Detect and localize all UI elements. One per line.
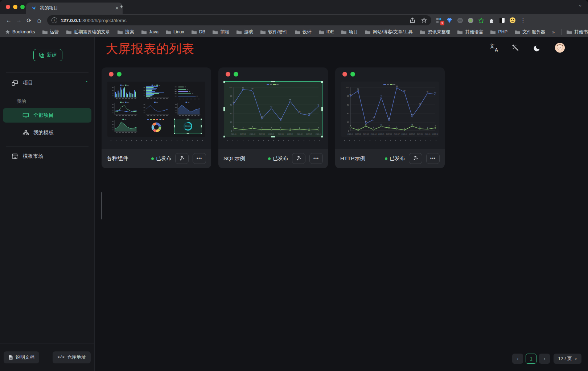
bookmark-folder[interactable]: DB: [191, 29, 205, 35]
svg-text:8: 8: [350, 125, 351, 127]
reload-icon[interactable]: ⟳: [24, 15, 34, 25]
sidebar-group-project[interactable]: 项目 ⌃: [6, 75, 89, 91]
bookmark-folder[interactable]: 游戏: [236, 29, 253, 35]
selection-handle[interactable]: [321, 81, 323, 83]
bookmark-folder[interactable]: 软件/硬件: [260, 29, 287, 35]
line-chart: 0204060801002022-012022-022022-032022-04…: [224, 82, 322, 137]
bookmark-folder[interactable]: Linux: [165, 29, 184, 35]
maximize-window-button[interactable]: [20, 5, 25, 9]
repo-button[interactable]: </> 仓库地址: [53, 351, 91, 363]
next-page-button[interactable]: ›: [539, 354, 550, 364]
bookmark-folder[interactable]: 设计: [295, 29, 312, 35]
extension-record-circle-icon[interactable]: [466, 16, 474, 24]
more-button[interactable]: •••: [426, 153, 440, 164]
copy-plus-icon: [39, 53, 44, 58]
svg-text:11: 11: [365, 123, 367, 125]
home-icon[interactable]: ⌂: [34, 15, 44, 25]
chevron-up-icon[interactable]: ⌃: [85, 81, 89, 86]
extension-grid-icon[interactable]: 9: [435, 16, 443, 24]
header-actions: 文A: [490, 43, 565, 53]
bookmarks-manager[interactable]: Bookmarks: [5, 29, 35, 34]
extension-emoji-icon[interactable]: [509, 16, 517, 24]
extension-dark-circle-icon[interactable]: [456, 16, 464, 24]
bookmarks-overflow-chevron[interactable]: »: [552, 29, 555, 35]
magic-wand-icon[interactable]: [511, 44, 519, 52]
bookmark-folder[interactable]: 网站/博客/文章/工具: [365, 29, 413, 35]
share-icon[interactable]: [410, 17, 415, 23]
edit-button[interactable]: [409, 153, 422, 164]
chevron-down-icon: ∨: [575, 357, 577, 361]
card-preview[interactable]: 0204060801002022-012022-022022-032022-04…: [341, 82, 439, 137]
card-preview[interactable]: 25.00%: [107, 82, 205, 137]
extension-green-star-icon[interactable]: [477, 16, 485, 24]
sidebar-item-my-templates[interactable]: 我的模板: [3, 125, 91, 140]
current-page-button[interactable]: 1: [526, 354, 536, 364]
bookmark-folder[interactable]: 文件服务器: [514, 29, 545, 35]
svg-text:7: 7: [388, 125, 390, 127]
bookmark-folder[interactable]: 项目: [341, 29, 358, 35]
green-dot: [234, 72, 238, 77]
selection-handle[interactable]: [321, 136, 323, 137]
svg-text:2: 2: [309, 127, 310, 129]
address-bar[interactable]: i 127.0.0.1:3000/#/project/items: [47, 15, 431, 25]
bookmark-folder[interactable]: 运营: [42, 29, 59, 35]
bookmark-folder[interactable]: 搜索: [117, 29, 134, 35]
tab-close-icon[interactable]: ✕: [115, 6, 119, 11]
sidebar-item-template-market[interactable]: 模板市场: [6, 149, 89, 164]
browser-tab[interactable]: 我的项目 ✕: [26, 3, 123, 14]
svg-text:2022-02: 2022-02: [240, 133, 246, 135]
language-icon[interactable]: 文A: [490, 44, 498, 52]
selection-handle[interactable]: [321, 107, 323, 111]
bookmark-folder[interactable]: 近期需要读的文章: [66, 29, 110, 35]
dark-mode-moon-icon[interactable]: [533, 44, 541, 52]
folder-icon: [420, 30, 425, 34]
svg-text:2022-09: 2022-09: [306, 133, 312, 135]
svg-text:3: 3: [243, 127, 244, 129]
selection-handle[interactable]: [223, 107, 225, 111]
more-button[interactable]: •••: [193, 153, 206, 164]
new-tab-button[interactable]: +: [120, 3, 123, 11]
user-avatar[interactable]: [555, 43, 565, 53]
prev-page-button[interactable]: ‹: [512, 354, 523, 364]
project-card[interactable]: 0204060801002022-012022-022022-032022-04…: [218, 67, 328, 168]
scrollbar-thumb[interactable]: [101, 192, 102, 219]
extension-gem-icon[interactable]: [445, 16, 453, 24]
selection-handle[interactable]: [271, 81, 275, 82]
minimize-window-button[interactable]: [13, 5, 17, 9]
selection-handle[interactable]: [223, 81, 225, 83]
bookmark-folder[interactable]: Java: [141, 29, 159, 35]
edit-button[interactable]: [175, 153, 189, 164]
status-dot: [151, 157, 154, 160]
docs-button[interactable]: 说明文档: [4, 351, 39, 363]
green-dot: [350, 72, 355, 77]
sidebar-item-all-projects[interactable]: 全部项目: [3, 108, 91, 123]
card-name: 各种组件: [107, 155, 128, 162]
more-button[interactable]: •••: [309, 153, 323, 164]
site-info-icon[interactable]: i: [52, 17, 57, 23]
card-preview-selected[interactable]: 0204060801002022-012022-022022-032022-04…: [224, 82, 322, 137]
tab-search-chevron-icon[interactable]: ⌄: [578, 2, 582, 8]
bookmark-folder[interactable]: 前端: [212, 29, 229, 35]
browser-menu-icon[interactable]: ⋮: [519, 16, 527, 24]
svg-text:10: 10: [381, 124, 382, 126]
back-icon[interactable]: ←: [4, 15, 14, 25]
selection-handle[interactable]: [271, 136, 275, 137]
svg-text:58: 58: [419, 103, 421, 105]
new-project-button[interactable]: 新建: [33, 49, 62, 61]
bookmark-star-icon[interactable]: [421, 17, 427, 23]
bookmark-folder[interactable]: 资讯未整理: [420, 29, 451, 35]
project-card[interactable]: 0204060801002022-012022-022022-032022-04…: [335, 67, 445, 168]
extensions-puzzle-icon[interactable]: [488, 16, 496, 24]
close-window-button[interactable]: [6, 5, 10, 9]
forward-icon[interactable]: →: [14, 15, 24, 25]
bookmark-folder[interactable]: 其他语言: [457, 29, 483, 35]
edit-button[interactable]: [292, 153, 305, 164]
project-card[interactable]: 25.00% 各种组件 已发布 •••: [102, 67, 211, 168]
bookmark-folder[interactable]: PHP: [490, 29, 507, 35]
extension-contrast-icon[interactable]: [498, 16, 506, 24]
sidebar: 新建 项目 ⌃ 我的 全部项目 我的模板 模板市场: [0, 37, 95, 371]
selection-handle[interactable]: [223, 136, 225, 137]
bookmark-folder[interactable]: IDE: [318, 29, 334, 35]
page-size-select[interactable]: 12 / 页 ∨: [554, 354, 581, 364]
other-bookmarks-folder[interactable]: 其他书签: [566, 29, 588, 35]
